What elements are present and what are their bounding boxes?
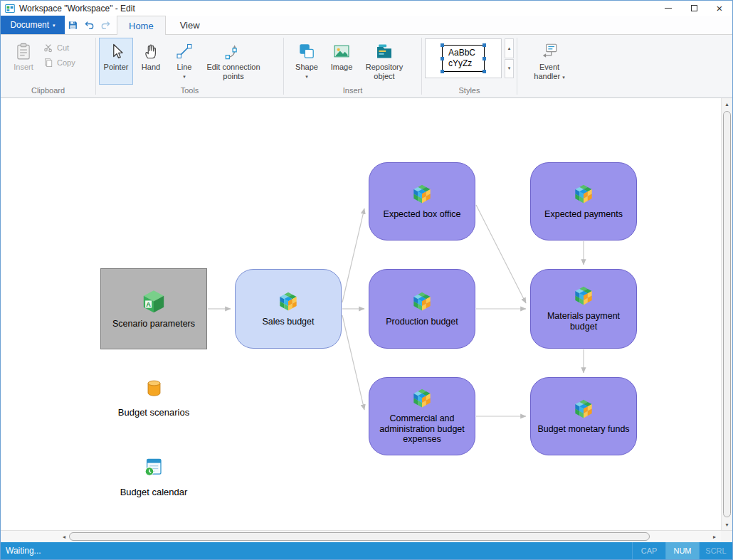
cube-icon: [574, 398, 594, 418]
style-gallery-down-button[interactable]: ▾: [505, 59, 514, 79]
chevron-down-icon: ▾: [183, 74, 186, 79]
edit-connection-points-label: Edit connection points: [202, 63, 265, 80]
scroll-right-button[interactable]: ▸: [710, 531, 719, 542]
scrollbar-corner: [721, 531, 732, 542]
repository-object-button[interactable]: Repository object: [359, 38, 409, 85]
cut-button[interactable]: Cut: [43, 43, 75, 53]
selection-handle: [482, 43, 486, 47]
group-label-clipboard: Clipboard: [1, 86, 95, 97]
chevron-down-icon: ▾: [53, 23, 56, 28]
image-button[interactable]: Image: [325, 38, 358, 85]
clipboard-icon: [14, 42, 33, 60]
tab-view[interactable]: View: [169, 16, 211, 34]
document-menu-button[interactable]: Document ▾: [1, 16, 65, 34]
diagram-canvas[interactable]: Scenario parameters Sales budget Expecte…: [1, 98, 732, 530]
item-budget-scenarios[interactable]: Budget scenarios: [100, 379, 207, 418]
shape-icon: [297, 42, 316, 60]
node-expected-box-office[interactable]: Expected box office: [369, 162, 475, 241]
close-icon: ×: [717, 3, 723, 14]
chevron-down-icon: ▾: [562, 75, 565, 80]
maximize-button[interactable]: [681, 1, 707, 16]
vertical-scrollbar-thumb[interactable]: [723, 111, 731, 517]
group-label-tools: Tools: [96, 86, 283, 97]
cut-button-label: Cut: [57, 43, 69, 52]
close-button[interactable]: ×: [707, 1, 732, 16]
minimize-button[interactable]: [655, 1, 681, 16]
node-expected-payments[interactable]: Expected payments: [530, 162, 637, 241]
undo-button[interactable]: [81, 16, 97, 34]
node-label: Expected payments: [544, 209, 623, 220]
node-materials-payment-budget[interactable]: Materials payment budget: [530, 269, 637, 349]
shape-button-label: Shape: [295, 63, 318, 72]
redo-button[interactable]: [97, 16, 114, 34]
status-text: Waiting...: [1, 546, 41, 556]
app-window: Workspace "Workspace" - Edit × Document …: [0, 0, 733, 560]
ribbon-group-clipboard: Insert Cut Copy Clipboard: [1, 35, 95, 97]
node-budget-monetary-funds[interactable]: Budget monetary funds: [530, 377, 637, 455]
pointer-tool-button[interactable]: Pointer: [99, 38, 133, 85]
selection-handle: [441, 57, 444, 60]
horizontal-scrollbar[interactable]: ◂ ▸: [1, 530, 732, 542]
insert-paste-button[interactable]: Insert: [6, 38, 41, 85]
style-preview-selected[interactable]: AaBbC cYyZz: [442, 45, 485, 72]
copy-button[interactable]: Copy: [43, 58, 75, 68]
undo-icon: [84, 20, 95, 31]
node-scenario-parameters[interactable]: Scenario parameters: [100, 268, 207, 349]
vertical-scrollbar[interactable]: ▴ ▾: [721, 98, 732, 530]
cube-icon: [412, 388, 432, 408]
status-bar: Waiting... CAP NUM SCRL: [1, 542, 732, 559]
group-label-styles: Styles: [422, 86, 517, 97]
repository-object-label: Repository object: [360, 63, 408, 80]
line-tool-button[interactable]: Line ▾: [169, 38, 200, 85]
caps-lock-indicator: CAP: [632, 542, 665, 559]
edit-connection-points-button[interactable]: Edit connection points: [201, 38, 265, 85]
selection-handle: [482, 57, 486, 60]
minimize-icon: [665, 8, 672, 9]
save-button[interactable]: [65, 16, 81, 34]
num-lock-indicator: NUM: [665, 542, 699, 559]
maximize-icon: [691, 5, 697, 11]
node-production-budget[interactable]: Production budget: [369, 269, 475, 349]
item-label: Budget calendar: [120, 487, 188, 497]
scroll-up-button[interactable]: ▴: [722, 98, 732, 110]
line-icon: [175, 42, 194, 60]
selection-handle: [441, 70, 444, 73]
title-bar: Workspace "Workspace" - Edit ×: [1, 1, 732, 16]
scroll-down-button[interactable]: ▾: [722, 519, 732, 530]
parameter-cube-icon: [142, 289, 166, 313]
cube-icon: [412, 184, 432, 204]
event-handler-button[interactable]: Event handler ▾: [527, 38, 572, 85]
node-label: Materials payment budget: [534, 311, 633, 332]
horizontal-scrollbar-thumb[interactable]: [69, 532, 650, 541]
connection-points-icon: [224, 42, 243, 60]
scroll-left-button[interactable]: ◂: [59, 531, 69, 542]
group-label-insert: Insert: [284, 86, 421, 97]
cube-icon: [574, 285, 594, 305]
hand-tool-button[interactable]: Hand: [135, 38, 167, 85]
ribbon: Insert Cut Copy Clipboard: [1, 34, 732, 98]
style-preview-line1: AaBbC: [448, 48, 475, 58]
ribbon-group-insert: Shape ▾ Image Repository object Insert: [284, 35, 421, 97]
tab-home[interactable]: Home: [117, 16, 166, 35]
calendar-icon: [143, 456, 164, 477]
pointer-tool-label: Pointer: [104, 63, 129, 72]
pointer-icon: [107, 42, 125, 60]
scissors-icon: [43, 43, 53, 53]
item-budget-calendar[interactable]: Budget calendar: [100, 456, 207, 497]
line-tool-label: Line: [177, 63, 192, 72]
node-sales-budget[interactable]: Sales budget: [235, 269, 342, 349]
save-icon: [68, 20, 78, 31]
group-label-event-handler: [517, 86, 581, 97]
style-gallery[interactable]: AaBbC cYyZz: [425, 38, 502, 78]
image-icon: [332, 42, 351, 60]
event-handler-label: Event handler ▾: [527, 63, 571, 80]
database-cylinder-icon: [144, 379, 164, 398]
repository-icon: [375, 42, 394, 60]
ribbon-group-styles: AaBbC cYyZz ▴ ▾ Styles: [422, 35, 517, 97]
shape-button[interactable]: Shape ▾: [290, 38, 324, 85]
redo-icon: [100, 20, 111, 31]
style-gallery-up-button[interactable]: ▴: [505, 38, 514, 58]
chevron-down-icon: ▾: [305, 74, 308, 79]
node-commercial-administration-budget-expenses[interactable]: Commercial and administration budget exp…: [369, 377, 475, 455]
cube-icon: [412, 291, 432, 311]
